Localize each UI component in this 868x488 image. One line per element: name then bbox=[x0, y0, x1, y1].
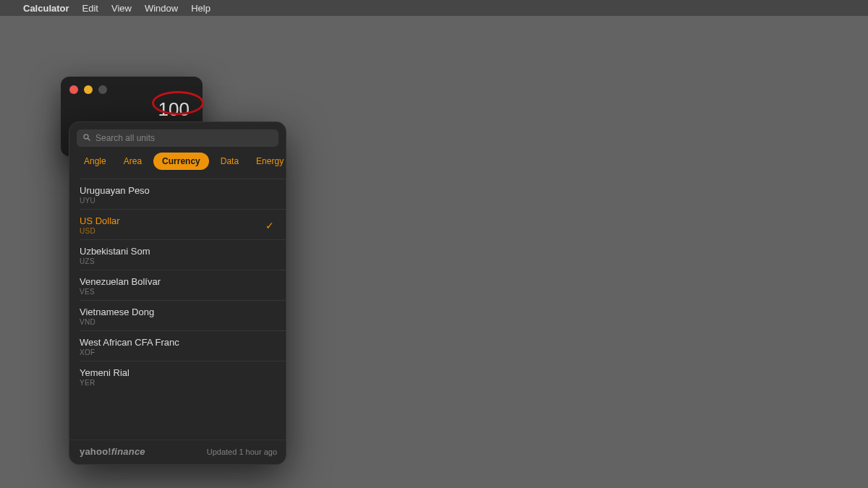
currency-code: VND bbox=[80, 318, 276, 326]
menu-help[interactable]: Help bbox=[191, 3, 210, 14]
currency-code: UYU bbox=[80, 197, 276, 205]
category-energy[interactable]: Energy bbox=[250, 153, 286, 169]
currency-name: West African CFA Franc bbox=[80, 337, 276, 348]
window-controls bbox=[69, 85, 107, 94]
zoom-window-button[interactable] bbox=[98, 85, 107, 94]
svg-point-0 bbox=[84, 134, 88, 139]
currency-name: Uruguayan Peso bbox=[80, 185, 276, 196]
category-area[interactable]: Area bbox=[118, 153, 148, 169]
menu-edit[interactable]: Edit bbox=[82, 3, 98, 14]
currency-code: VES bbox=[80, 288, 276, 296]
currency-name: Yemeni Rial bbox=[80, 367, 276, 378]
macos-menubar: Calculator Edit View Window Help bbox=[0, 0, 868, 16]
calculator-display-value: 100 bbox=[158, 98, 190, 121]
close-window-button[interactable] bbox=[69, 85, 78, 94]
currency-name: US Dollar bbox=[80, 215, 276, 226]
category-chips: Angle Area Currency Data Energy Force bbox=[69, 153, 286, 176]
currency-code: YER bbox=[80, 379, 276, 387]
unit-search-input[interactable] bbox=[95, 133, 273, 143]
currency-list[interactable]: AEDUruguayan PesoUYUUS DollarUSD✓Uzbekis… bbox=[69, 176, 286, 440]
menu-view[interactable]: View bbox=[111, 3, 132, 14]
category-currency[interactable]: Currency bbox=[153, 153, 209, 170]
unit-search-field[interactable] bbox=[77, 129, 278, 147]
menu-window[interactable]: Window bbox=[145, 3, 178, 14]
currency-option-yer[interactable]: Yemeni RialYER bbox=[69, 361, 286, 391]
last-updated-label: Updated 1 hour ago bbox=[207, 448, 277, 456]
currency-option-uyu[interactable]: Uruguayan PesoUYU bbox=[69, 179, 286, 209]
currency-option-usd[interactable]: US DollarUSD✓ bbox=[69, 210, 286, 239]
currency-option-uzs[interactable]: Uzbekistani SomUZS bbox=[69, 240, 286, 270]
currency-option-aed[interactable]: AED bbox=[69, 176, 286, 179]
svg-line-1 bbox=[88, 138, 90, 140]
unit-picker-popover: Angle Area Currency Data Energy Force AE… bbox=[69, 121, 286, 465]
category-angle[interactable]: Angle bbox=[78, 153, 112, 169]
data-provider-label: yahoo!finance bbox=[80, 446, 145, 457]
popover-footer: yahoo!finance Updated 1 hour ago bbox=[69, 440, 286, 464]
currency-name: Venezuelan Bolívar bbox=[80, 276, 276, 287]
currency-option-xof[interactable]: West African CFA FrancXOF bbox=[69, 331, 286, 361]
currency-name: Uzbekistani Som bbox=[80, 246, 276, 257]
currency-option-vnd[interactable]: Vietnamese DongVND bbox=[69, 301, 286, 330]
currency-name: Vietnamese Dong bbox=[80, 307, 276, 317]
currency-code: XOF bbox=[80, 348, 276, 356]
currency-code: UZS bbox=[80, 257, 276, 265]
search-icon bbox=[82, 133, 91, 144]
currency-option-ves[interactable]: Venezuelan BolívarVES bbox=[69, 270, 286, 300]
currency-code: USD bbox=[80, 227, 276, 235]
checkmark-icon: ✓ bbox=[265, 220, 274, 231]
app-menu[interactable]: Calculator bbox=[23, 3, 69, 14]
category-data[interactable]: Data bbox=[215, 153, 244, 169]
minimize-window-button[interactable] bbox=[84, 85, 93, 94]
